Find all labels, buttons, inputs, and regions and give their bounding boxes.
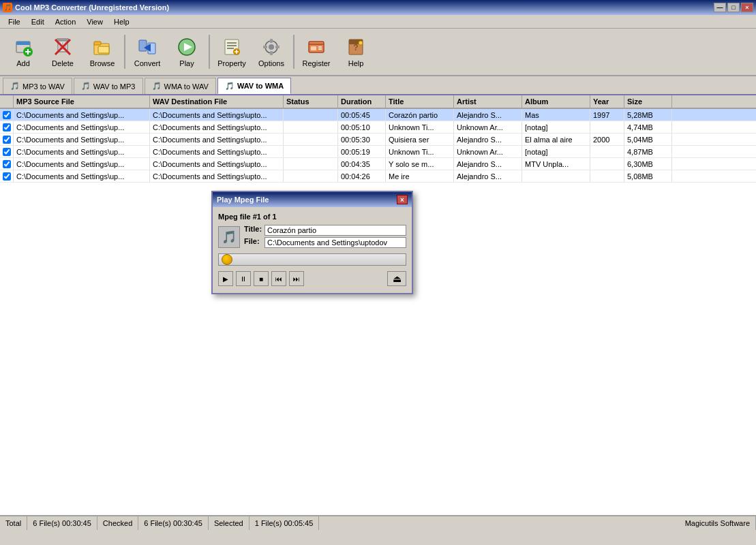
row-dest: C:\Documents and Settings\upto... (150, 146, 284, 157)
window-close-button[interactable]: × (741, 3, 753, 12)
table-row[interactable]: C:\Documents and Settings\up... C:\Docum… (0, 109, 756, 121)
modal-file-label: File: (244, 237, 264, 248)
row-checkbox[interactable] (0, 158, 14, 170)
tab-wma-to-wav-label: WMA to WAV (164, 82, 209, 91)
modal-title-row: Title: Corazón partio (244, 225, 406, 236)
svg-rect-9 (57, 39, 69, 41)
file-list: C:\Documents and Settings\up... C:\Docum… (0, 109, 756, 183)
row-checkbox[interactable] (0, 134, 14, 145)
add-button[interactable]: Add (4, 31, 42, 72)
row-source: C:\Documents and Settings\up... (14, 121, 150, 133)
modal-title: Play Mpeg File (217, 196, 269, 204)
status-brand: Magicutils Software (319, 516, 756, 530)
col-header-dest: WAV Destination File (150, 95, 284, 108)
toolbar-sep-3 (293, 35, 294, 69)
tab-wav-to-wma-label: WAV to WMA (237, 82, 284, 90)
toolbar: Add Delete Browse (0, 29, 756, 76)
row-source: C:\Documents and Settings\up... (14, 109, 150, 121)
play-button[interactable]: Play (168, 31, 206, 72)
delete-icon (52, 36, 74, 58)
col-header-check (0, 95, 14, 108)
play-label: Play (179, 59, 194, 67)
svg-rect-35 (311, 46, 316, 50)
tab-wav-to-wma[interactable]: 🎵 WAV to WMA (217, 78, 291, 94)
status-total-value: 6 File(s) 00:30:45 (27, 516, 97, 530)
modal-title-bar: Play Mpeg File × (213, 192, 412, 207)
tab-mp3-to-wav-label: MP3 to WAV (22, 82, 65, 91)
menu-file[interactable]: File (3, 16, 26, 27)
add-icon (12, 36, 34, 58)
modal-stop-button[interactable]: ■ (254, 271, 269, 286)
row-duration: 00:04:26 (338, 170, 386, 182)
browse-button[interactable]: Browse (83, 31, 121, 72)
property-label: Property (217, 59, 246, 67)
modal-info-row: 🎵 Title: Corazón partio File: C:\Documen… (218, 225, 406, 249)
modal-next-button[interactable]: ⏭ (289, 271, 304, 286)
svg-rect-32 (275, 46, 279, 48)
minimize-button[interactable]: — (714, 3, 726, 12)
menu-action[interactable]: Action (50, 16, 82, 27)
svg-point-41 (359, 41, 363, 45)
svg-rect-30 (270, 51, 273, 55)
row-status (284, 134, 338, 145)
convert-button[interactable]: Convert (128, 31, 166, 72)
property-button[interactable]: Property (213, 31, 251, 72)
row-checkbox[interactable] (0, 109, 14, 121)
row-size: 5,08MB (624, 170, 672, 182)
options-button[interactable]: Options (252, 31, 290, 72)
table-row[interactable]: C:\Documents and Settings\up... C:\Docum… (0, 134, 756, 146)
row-title: Corazón partio (386, 109, 454, 121)
table-row[interactable]: C:\Documents and Settings\up... C:\Docum… (0, 170, 756, 183)
modal-title-value: Corazón partio (264, 225, 406, 236)
tab-mp3-to-wav[interactable]: 🎵 MP3 to WAV (3, 78, 72, 94)
row-checkbox[interactable] (0, 146, 14, 157)
status-total-label: Total (0, 516, 27, 530)
menu-help[interactable]: Help (108, 16, 135, 27)
app-icon: 🎵 (3, 3, 12, 12)
row-year (590, 158, 624, 170)
row-status (284, 170, 338, 182)
modal-mpeg-header: Mpeg file #1 of 1 (218, 213, 406, 221)
row-album: [notag] (522, 121, 590, 133)
row-duration: 00:05:30 (338, 134, 386, 145)
row-dest: C:\Documents and Settings\upto... (150, 170, 284, 182)
table-row[interactable]: C:\Documents and Settings\up... C:\Docum… (0, 146, 756, 158)
options-label: Options (258, 59, 284, 67)
status-checked-label: Checked (97, 516, 138, 530)
row-dest: C:\Documents and Settings\upto... (150, 121, 284, 133)
tab-wav-to-wma-icon: 🎵 (225, 82, 235, 91)
status-bar: Total 6 File(s) 00:30:45 Checked 6 File(… (0, 515, 756, 530)
maximize-button[interactable]: □ (727, 3, 740, 12)
modal-prev-button[interactable]: ⏮ (271, 271, 286, 286)
row-checkbox[interactable] (0, 170, 14, 182)
register-button[interactable]: Register (297, 31, 335, 72)
tab-wav-to-mp3[interactable]: 🎵 WAV to MP3 (74, 78, 143, 94)
tab-wma-to-wav[interactable]: 🎵 WMA to WAV (145, 78, 216, 94)
row-year (590, 170, 624, 182)
row-duration: 00:05:45 (338, 109, 386, 121)
help-button[interactable]: ? Help (337, 31, 375, 72)
table-row[interactable]: C:\Documents and Settings\up... C:\Docum… (0, 121, 756, 134)
modal-eject-button[interactable]: ⏏ (387, 271, 406, 286)
row-year (590, 146, 624, 157)
tab-wav-to-mp3-label: WAV to MP3 (93, 82, 136, 91)
row-checkbox[interactable] (0, 121, 14, 133)
row-size: 4,87MB (624, 146, 672, 157)
file-list-area[interactable]: MP3 Source File WAV Destination File Sta… (0, 95, 756, 530)
modal-play-button[interactable]: ▶ (218, 271, 233, 286)
modal-pause-button[interactable]: ⏸ (236, 271, 251, 286)
col-header-album: Album (522, 95, 590, 108)
table-row[interactable]: C:\Documents and Settings\up... C:\Docum… (0, 158, 756, 170)
menu-view[interactable]: View (81, 16, 108, 27)
row-artist: Alejandro S... (454, 170, 522, 182)
col-header-size: Size (624, 95, 672, 108)
modal-fields: Title: Corazón partio File: C:\Documents… (244, 225, 406, 249)
menu-edit[interactable]: Edit (26, 16, 50, 27)
delete-button[interactable]: Delete (44, 31, 82, 72)
modal-close-button[interactable]: × (397, 195, 408, 204)
row-status (284, 121, 338, 133)
col-header-artist: Artist (454, 95, 522, 108)
modal-progress-bar[interactable] (218, 253, 406, 266)
svg-text:?: ? (353, 43, 358, 52)
row-year: 2000 (590, 134, 624, 145)
